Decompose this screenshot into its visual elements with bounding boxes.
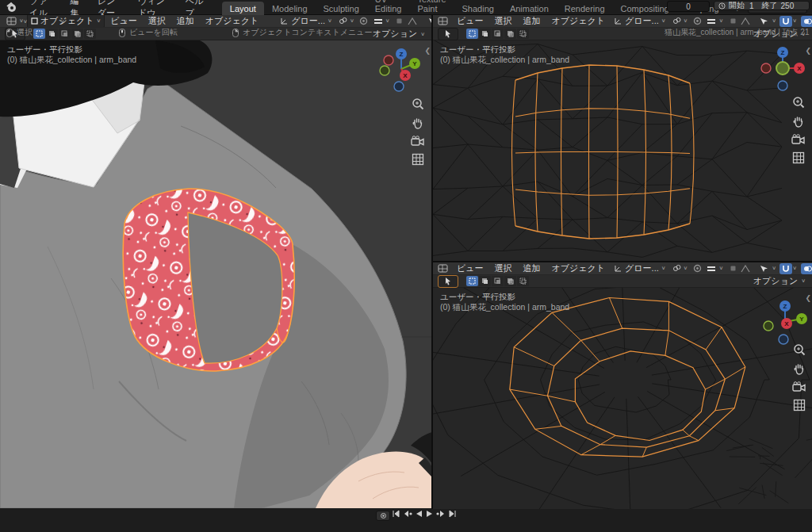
proportional-falloff-dropdown[interactable]: ∨ [703, 17, 726, 26]
proportional-edit-button[interactable] [358, 16, 370, 27]
menu-object[interactable]: オブジェクト [546, 15, 611, 27]
menu-select[interactable]: 選択 [489, 262, 518, 274]
current-frame-field[interactable]: 0 [667, 1, 710, 12]
play-button[interactable] [426, 510, 433, 518]
tab-sculpting[interactable]: Sculpting [316, 2, 367, 15]
svg-text:X: X [784, 320, 789, 327]
editor-type-dropdown[interactable] [435, 263, 451, 274]
menu-add[interactable]: 追加 [171, 15, 200, 27]
camera-view-button[interactable] [792, 381, 806, 392]
active-tool-button[interactable] [438, 28, 458, 40]
next-keyframe-button[interactable] [436, 510, 446, 518]
zoom-button[interactable] [792, 96, 805, 109]
viewport-left-3d[interactable]: ユーザー・平行投影 (0) 猫山果花_collection | arm_band… [0, 40, 431, 508]
select-set-button[interactable] [466, 29, 478, 39]
orthographic-toggle-button[interactable] [412, 153, 424, 166]
overlays-button[interactable] [801, 263, 812, 274]
transform-orientation-dropdown[interactable]: グロー... ∨ [277, 15, 335, 28]
lines-icon [373, 17, 383, 25]
viewport-topright-3d[interactable]: ユーザー・平行投影 (0) 猫山果花_collection | arm_band… [433, 40, 812, 261]
navigation-gizmo[interactable]: Z Y X [760, 297, 810, 345]
zoom-button[interactable] [793, 343, 806, 356]
chevron-down-icon: ∨ [801, 278, 806, 284]
select-set-button[interactable] [466, 276, 478, 286]
tab-layout[interactable]: Layout [222, 2, 264, 15]
auto-keyframe-button[interactable] [376, 511, 390, 521]
select-set-button[interactable] [33, 29, 45, 39]
select-subtract-button[interactable] [59, 29, 71, 39]
frame-range-fields[interactable]: 開始 1 終了 250 [714, 1, 810, 10]
active-tool-button[interactable] [438, 275, 458, 288]
select-intersect-button[interactable] [84, 29, 96, 39]
select-invert-button[interactable] [504, 276, 516, 286]
editor-type-dropdown[interactable] [435, 16, 451, 26]
prev-keyframe-button[interactable] [403, 510, 412, 518]
play-reverse-button[interactable] [416, 510, 423, 518]
tab-rendering[interactable]: Rendering [557, 2, 613, 15]
menu-object[interactable]: オブジェクト [200, 15, 265, 27]
gizmo-dropdown[interactable]: ∨ [756, 264, 779, 274]
proportional-edit-button[interactable] [691, 263, 703, 274]
proportional-falloff-dropdown[interactable]: ∨ [703, 264, 726, 274]
chevron-down-icon: ∨ [420, 31, 425, 36]
select-intersect-button[interactable] [517, 276, 529, 286]
select-subtract-button[interactable] [492, 29, 504, 39]
menu-add[interactable]: 追加 [518, 262, 546, 274]
snap-magnet-button[interactable] [779, 263, 792, 274]
select-extend-button[interactable] [479, 276, 491, 286]
tab-uv-editing[interactable]: UV Editing [367, 0, 410, 15]
select-subtract-button[interactable] [492, 276, 504, 286]
select-intersect-button[interactable] [517, 29, 529, 39]
tool-options-dropdown[interactable]: オプション∨ [753, 275, 806, 287]
svg-text:X: X [403, 72, 408, 79]
proportional-edit-button[interactable] [691, 16, 703, 27]
chevron-down-icon: ∨ [385, 18, 390, 24]
menu-add[interactable]: 追加 [518, 15, 546, 27]
tab-animation[interactable]: Animation [502, 2, 557, 15]
snap-target-dropdown[interactable]: ∨ [335, 16, 358, 26]
jump-to-start-button[interactable] [392, 510, 400, 518]
tool-options-dropdown[interactable]: オプション∨ [373, 28, 425, 40]
chevron-down-icon: ∨ [60, 18, 65, 24]
select-extend-button[interactable] [46, 29, 58, 39]
proportional-falloff-dropdown[interactable]: ∨ [370, 17, 393, 26]
snap-toggle-small-button[interactable] [393, 16, 406, 27]
pan-button[interactable] [793, 362, 806, 375]
menu-view[interactable]: ビュー [451, 262, 489, 274]
transform-orientation-dropdown[interactable]: グロー... ∨ [611, 15, 669, 28]
blender-logo-icon[interactable] [0, 2, 22, 13]
tab-modeling[interactable]: Modeling [264, 2, 316, 15]
snap-magnet-button[interactable] [779, 16, 792, 27]
snap-target-dropdown[interactable]: ∨ [669, 16, 691, 26]
mode-dropdown[interactable]: オブジェクト ∨ [27, 15, 105, 28]
menu-view[interactable]: ビュー [451, 15, 489, 27]
transform-orientation-dropdown[interactable]: グロー... ∨ [611, 262, 669, 275]
menu-select[interactable]: 選択 [489, 15, 518, 27]
snap-toggle-small-button[interactable] [726, 263, 739, 274]
select-invert-button[interactable] [71, 29, 83, 39]
tab-texture-paint[interactable]: Texture Paint [409, 0, 454, 15]
orthographic-toggle-button[interactable] [792, 151, 805, 164]
snap-toggle-small-button[interactable] [726, 16, 739, 27]
camera-view-button[interactable] [411, 136, 424, 147]
overlays-button[interactable] [801, 16, 812, 27]
orthographic-toggle-button[interactable] [793, 399, 806, 411]
viewport-bottomright-3d[interactable]: ユーザー・平行投影 (0) 猫山果花_collection | arm_band… [433, 288, 812, 509]
playback-controls [392, 510, 457, 518]
navigation-gizmo[interactable]: Z X [758, 44, 807, 91]
snap-target-dropdown[interactable]: ∨ [669, 263, 691, 274]
tab-shading[interactable]: Shading [454, 2, 502, 15]
pan-button[interactable] [792, 115, 805, 128]
cursor-icon [760, 17, 769, 25]
select-invert-button[interactable] [504, 29, 516, 39]
zoom-button[interactable] [412, 98, 424, 110]
gizmo-dropdown[interactable]: ∨ [425, 17, 431, 26]
jump-to-end-button[interactable] [449, 510, 457, 518]
menu-object[interactable]: オブジェクト [546, 262, 611, 274]
camera-view-button[interactable] [791, 134, 805, 145]
select-extend-button[interactable] [479, 29, 491, 39]
menu-select[interactable]: 選択 [143, 15, 171, 27]
navigation-gizmo[interactable]: Z Y X [377, 44, 426, 92]
gizmo-dropdown[interactable]: ∨ [756, 17, 779, 26]
pan-button[interactable] [412, 117, 424, 129]
